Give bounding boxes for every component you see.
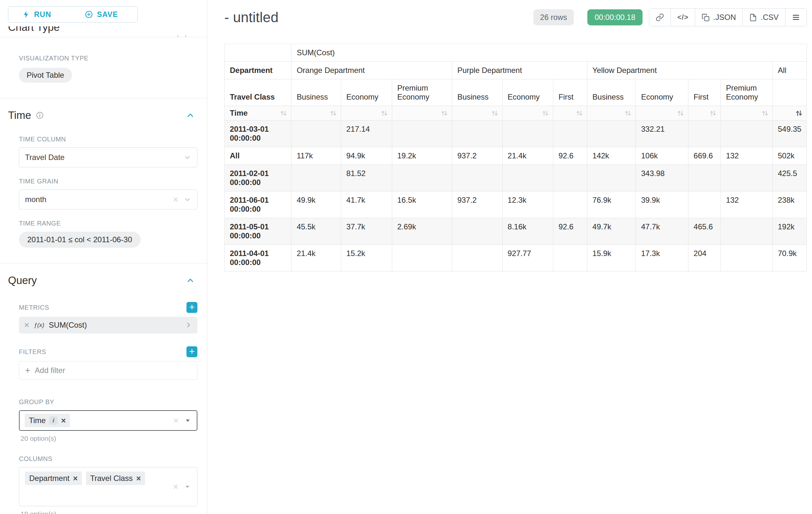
clear-icon[interactable]: × <box>173 482 178 491</box>
corner-cell <box>225 44 291 62</box>
columns-tag: Travel Class × <box>86 471 145 485</box>
row-dimension-sort-cell[interactable]: Time <box>225 106 291 120</box>
table-row: All117k94.9k19.2k937.221.4k92.6142k106k6… <box>225 147 807 165</box>
value-cell: 937.2 <box>452 191 502 218</box>
table-row: 2011-03-01 00:00:00217.14332.21549.35 <box>225 120 807 147</box>
sort-cell[interactable] <box>452 106 502 120</box>
clear-icon[interactable]: × <box>173 195 178 204</box>
run-button-label: RUN <box>34 10 51 19</box>
query-section-header: Query <box>8 274 195 287</box>
export-csv-button[interactable]: .CSV <box>742 9 785 26</box>
pivot-table: SUM(Cost)DepartmentOrange DepartmentPurp… <box>224 44 807 271</box>
chevron-up-icon[interactable] <box>186 276 195 285</box>
sort-cell[interactable] <box>689 106 721 120</box>
value-cell <box>502 165 553 191</box>
value-cell: 425.5 <box>773 165 807 191</box>
plus-icon: + <box>25 366 30 375</box>
metric-item[interactable]: × ƒ(x) SUM(Cost) <box>19 317 197 333</box>
group-by-select[interactable]: Time i × × <box>19 410 197 431</box>
value-cell: 343.98 <box>636 165 689 191</box>
remove-metric-icon[interactable]: × <box>24 321 29 330</box>
section-divider <box>0 263 207 264</box>
menu-button[interactable] <box>785 9 807 26</box>
metric-header-row: SUM(Cost) <box>225 44 807 62</box>
sort-active-cell[interactable] <box>773 106 807 120</box>
info-icon <box>36 111 44 119</box>
sort-icon[interactable] <box>329 110 337 117</box>
column-group-header: Yellow Department <box>587 62 773 79</box>
file-icon <box>749 13 757 22</box>
column-subdimension-label: Travel Class <box>225 79 291 106</box>
sort-cell[interactable] <box>636 106 689 120</box>
export-toolbar: </> .JSON .CSV <box>649 8 807 26</box>
sort-icon[interactable] <box>624 110 632 117</box>
copy-icon <box>702 13 709 22</box>
sort-icon[interactable] <box>491 110 498 117</box>
clear-icon[interactable]: × <box>173 416 179 425</box>
value-cell: 15.2k <box>341 245 392 271</box>
chart-title[interactable]: - untitled <box>224 9 279 25</box>
time-range-value[interactable]: 2011-01-01 ≤ col < 2011-06-30 <box>19 232 141 248</box>
value-cell: 76.9k <box>587 191 636 218</box>
value-cell: 70.9k <box>773 245 807 271</box>
sort-desc-active-icon[interactable] <box>795 110 803 117</box>
sort-cell[interactable] <box>291 106 341 120</box>
add-filter-plus-button[interactable]: + <box>186 346 197 357</box>
sort-cell[interactable] <box>587 106 636 120</box>
clipped-icons: ·· <box>176 31 192 37</box>
sort-icon[interactable] <box>280 110 287 117</box>
query-section-title: Query <box>8 274 37 287</box>
value-cell <box>721 218 773 245</box>
copy-link-button[interactable] <box>649 9 670 26</box>
chevron-up-icon[interactable] <box>186 111 195 120</box>
remove-tag-icon[interactable]: × <box>136 475 141 483</box>
sort-cell[interactable] <box>392 106 452 120</box>
chevron-down-icon <box>183 154 191 161</box>
value-cell: 204 <box>689 245 721 271</box>
column-group-header: Orange Department <box>291 62 452 79</box>
chart-area: - untitled 26 rows 00:00:00.18 </> .JSON… <box>207 0 812 514</box>
sort-cell[interactable] <box>553 106 587 120</box>
group-by-options-hint: 20 option(s) <box>21 435 207 442</box>
time-column-value: Travel Date <box>25 153 64 162</box>
value-cell: 21.4k <box>291 245 341 271</box>
sort-cell[interactable] <box>721 106 773 120</box>
value-cell: 92.6 <box>553 218 587 245</box>
chevron-right-icon[interactable] <box>184 321 192 329</box>
time-section-header: Time <box>8 109 195 121</box>
value-cell <box>721 245 773 271</box>
table-row: 2011-02-01 00:00:0081.52343.98425.5 <box>225 165 807 191</box>
value-cell <box>553 120 587 147</box>
sort-icon[interactable] <box>381 110 388 117</box>
add-filter-button[interactable]: + Add filter <box>19 361 197 380</box>
timer-badge: 00:00:00.18 <box>587 9 643 25</box>
value-cell: 92.6 <box>553 147 587 165</box>
value-cell: 106k <box>636 147 689 165</box>
value-cell: 465.6 <box>689 218 721 245</box>
sort-icon[interactable] <box>761 110 769 117</box>
add-metric-button[interactable]: + <box>186 302 197 313</box>
value-cell <box>721 165 773 191</box>
sort-cell[interactable] <box>341 106 392 120</box>
metrics-label: METRICS <box>19 304 49 311</box>
sort-icon[interactable] <box>677 110 684 117</box>
remove-tag-icon[interactable]: × <box>61 417 66 425</box>
time-grain-select[interactable]: month × <box>19 190 197 210</box>
embed-code-button[interactable]: </> <box>670 9 695 26</box>
value-cell: 12.3k <box>502 191 553 218</box>
sort-icon[interactable] <box>441 110 448 117</box>
time-column-select[interactable]: Travel Date <box>19 147 197 167</box>
sort-cell[interactable] <box>502 106 553 120</box>
sort-icon[interactable] <box>709 110 717 117</box>
sort-icon[interactable] <box>542 110 549 117</box>
value-cell: 117k <box>291 147 341 165</box>
export-json-button[interactable]: .JSON <box>695 9 742 26</box>
sort-icon[interactable] <box>576 110 583 117</box>
run-button[interactable]: RUN <box>8 7 65 22</box>
visualization-type-value[interactable]: Pivot Table <box>19 68 72 83</box>
save-button[interactable]: SAVE <box>65 7 137 22</box>
value-cell: 669.6 <box>689 147 721 165</box>
column-info-icon[interactable]: i <box>49 416 57 425</box>
columns-select[interactable]: Department × Travel Class × × <box>19 467 197 506</box>
remove-tag-icon[interactable]: × <box>73 475 78 483</box>
